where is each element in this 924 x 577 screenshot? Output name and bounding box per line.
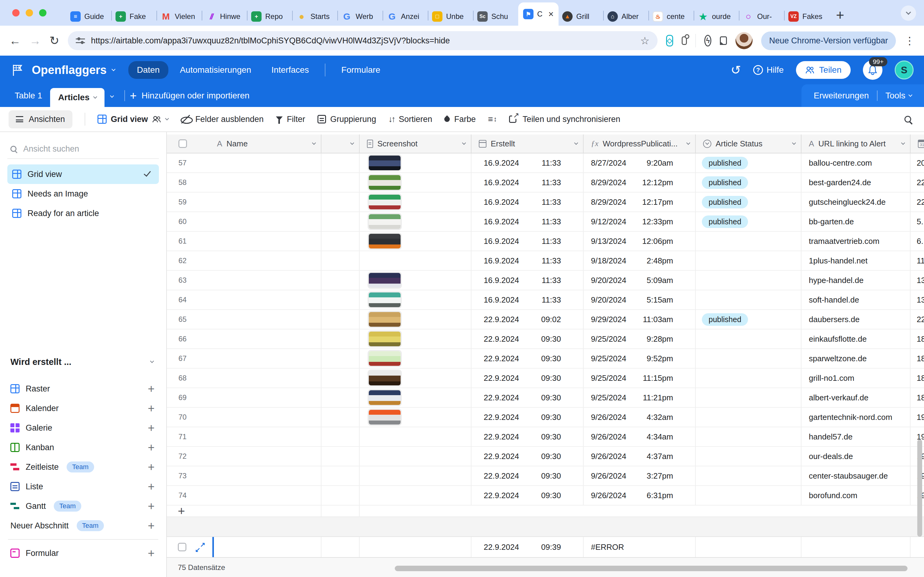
select-all-checkbox[interactable]: [179, 139, 187, 148]
cell-name[interactable]: 68: [167, 369, 322, 387]
cell-screenshot[interactable]: [360, 290, 472, 309]
add-view-icon[interactable]: +: [148, 403, 155, 414]
tab-overflow-button[interactable]: [901, 5, 916, 21]
active-cell-outline[interactable]: [212, 537, 322, 557]
cell-screenshot[interactable]: [360, 369, 472, 387]
add-view-icon[interactable]: +: [148, 520, 155, 532]
cell-next[interactable]: 5.: [911, 212, 924, 231]
column-header-article-status[interactable]: Article Status: [696, 134, 802, 153]
cell-wordpress[interactable]: #ERROR: [584, 537, 696, 557]
cell-wordpress[interactable]: 9/26/20244:32am: [584, 408, 696, 427]
screenshot-thumbnail[interactable]: [369, 390, 401, 405]
browser-tab-repo[interactable]: +Repo: [248, 7, 292, 26]
close-window-icon[interactable]: [12, 9, 19, 16]
browser-tab-vielen[interactable]: MVielen: [157, 7, 202, 26]
add-view-icon[interactable]: +: [148, 461, 155, 473]
table-list-chevron-icon[interactable]: [105, 93, 119, 98]
cell-url[interactable]: ballou-centre.com: [802, 153, 911, 172]
cell-wordpress[interactable]: 9/26/20243:27pm: [584, 466, 696, 485]
cell-screenshot[interactable]: [360, 251, 472, 270]
extensions-button[interactable]: Erweiterungen: [814, 91, 869, 100]
sidebar-view-needs-an-image[interactable]: Needs an Image: [7, 184, 159, 203]
table-row[interactable]: 7322.9.202409:309/26/20243:27pmcenter-st…: [167, 466, 924, 486]
cell-screenshot[interactable]: [360, 447, 472, 466]
browser-tab-cente[interactable]: ♨cente: [649, 7, 694, 26]
cell-hidden[interactable]: [322, 349, 360, 368]
screenshot-thumbnail[interactable]: [369, 351, 401, 366]
browser-tab-anzei[interactable]: GAnzei: [383, 7, 428, 26]
screenshot-thumbnail[interactable]: [369, 292, 401, 307]
chrome-update-button[interactable]: Neue Chrome-Version verfügbar: [761, 31, 896, 50]
add-view-icon[interactable]: +: [148, 481, 155, 492]
browser-tab-c[interactable]: ⚑C×: [518, 2, 559, 26]
cell-next[interactable]: 13: [911, 290, 924, 309]
sidebar-create-neuer-abschnitt[interactable]: Neuer AbschnittTeam+: [7, 516, 159, 535]
cell-screenshot[interactable]: [360, 232, 472, 251]
cell-hidden[interactable]: [322, 271, 360, 290]
screenshot-thumbnail[interactable]: [369, 175, 401, 190]
sidebar-create-liste[interactable]: Liste+: [7, 477, 159, 496]
share-button[interactable]: Teilen: [796, 61, 851, 79]
chevron-down-icon[interactable]: [574, 141, 578, 145]
cell-url[interactable]: [802, 537, 911, 557]
browser-tab-fake[interactable]: +Fake: [112, 7, 156, 26]
screenshot-thumbnail[interactable]: [369, 410, 401, 424]
cell-hidden[interactable]: [322, 290, 360, 309]
add-view-icon[interactable]: +: [148, 442, 155, 453]
table-row[interactable]: 5816.9.202411:338/29/202412:12pmpublishe…: [167, 173, 924, 193]
help-button[interactable]: ? Hilfe: [753, 65, 784, 75]
table-row[interactable]: 7122.9.202409:309/26/20244:34amhandel57.…: [167, 427, 924, 447]
cell-url[interactable]: grill-no1.com: [802, 369, 911, 387]
cell-status[interactable]: [696, 290, 802, 309]
cell-name[interactable]: 69: [167, 388, 322, 407]
chevron-down-icon[interactable]: [350, 141, 354, 145]
table-row[interactable]: 6522.9.202409:029/29/202411:03ampublishe…: [167, 310, 924, 329]
cell-status[interactable]: published: [696, 310, 802, 329]
extension-icon[interactable]: ◇: [666, 35, 673, 47]
cell-name[interactable]: 60: [167, 212, 322, 231]
table-row[interactable]: 6922.9.202409:309/25/202411:21pmalbert-v…: [167, 388, 924, 408]
sidebar-view-ready-for-an-article[interactable]: Ready for an article: [7, 203, 159, 223]
chevron-down-icon[interactable]: [462, 141, 466, 145]
sidebar-create-formular[interactable]: Formular+: [7, 543, 159, 563]
cell-url[interactable]: 1plus-handel.net: [802, 251, 911, 270]
workspace-chevron-down-icon[interactable]: [111, 67, 116, 71]
chevron-down-icon[interactable]: [686, 141, 690, 145]
screenshot-thumbnail[interactable]: [369, 371, 401, 385]
cell-status[interactable]: [696, 232, 802, 251]
table-row[interactable]: 5716.9.202411:338/27/20249:20ampublished…: [167, 153, 924, 173]
cell-url[interactable]: soft-handel.de: [802, 290, 911, 309]
cell-next[interactable]: 22: [911, 193, 924, 211]
cell-wordpress[interactable]: 9/25/202411:21pm: [584, 388, 696, 407]
cell-name[interactable]: 58: [167, 173, 322, 192]
views-sidebar-toggle[interactable]: Ansichten: [8, 110, 72, 128]
cell-hidden[interactable]: [322, 408, 360, 427]
bookmark-star-icon[interactable]: ☆: [640, 34, 649, 47]
table-row[interactable]: 6822.9.202409:309/25/202411:15pmgrill-no…: [167, 369, 924, 388]
energy-saver-icon[interactable]: ϟ: [704, 35, 712, 47]
cell-next[interactable]: 20: [911, 153, 924, 172]
add-view-icon[interactable]: +: [148, 383, 155, 395]
browser-tab-ourde[interactable]: ★ourde: [694, 7, 739, 26]
browser-tab-guide[interactable]: ≡Guide: [67, 7, 111, 26]
expand-record-icon[interactable]: ↗↙: [195, 542, 205, 552]
table-row[interactable]: 7222.9.202409:309/26/20244:37amour-deals…: [167, 447, 924, 466]
tools-button[interactable]: Tools: [885, 91, 912, 100]
cell-created[interactable]: 16.9.202411:33: [472, 173, 584, 192]
cell-created[interactable]: 22.9.202409:30: [472, 369, 584, 387]
cell-url[interactable]: handel57.de: [802, 427, 911, 446]
column-header-name[interactable]: AName: [167, 134, 322, 153]
cell-next[interactable]: 11: [911, 251, 924, 270]
cell-url[interactable]: albert-verkauf.de: [802, 388, 911, 407]
new-tab-button[interactable]: +: [836, 8, 844, 22]
cell-url[interactable]: borofund.com: [802, 486, 911, 505]
cell-wordpress[interactable]: 9/25/202411:15pm: [584, 369, 696, 387]
table-row[interactable]: 6722.9.202409:309/25/20249:52pmsparweltz…: [167, 349, 924, 369]
cell-hidden[interactable]: [322, 251, 360, 270]
add-view-icon[interactable]: +: [148, 547, 155, 559]
user-avatar[interactable]: S: [895, 61, 914, 79]
cell-hidden[interactable]: [322, 427, 360, 446]
cell-wordpress[interactable]: 8/29/202412:17pm: [584, 193, 696, 211]
cell-screenshot[interactable]: [360, 153, 472, 172]
cell-name[interactable]: 70: [167, 408, 322, 427]
